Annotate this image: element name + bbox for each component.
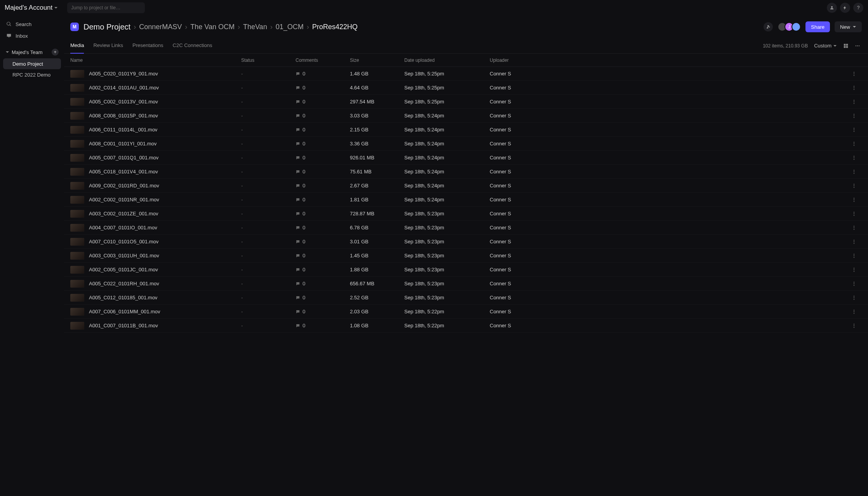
- row-more-button[interactable]: [846, 239, 862, 245]
- row-more-button[interactable]: [846, 323, 862, 328]
- comments-cell[interactable]: 0: [296, 169, 350, 175]
- table-row[interactable]: A007_C006_0101MM_001.mov-02.03 GBSep 18t…: [64, 305, 868, 319]
- table-row[interactable]: A004_C007_0101IO_001.mov-06.78 GBSep 18t…: [64, 221, 868, 235]
- row-more-button[interactable]: [846, 281, 862, 286]
- sidebar-search[interactable]: Search: [3, 19, 61, 30]
- col-date[interactable]: Date uploaded: [404, 58, 490, 63]
- col-size[interactable]: Size: [350, 58, 404, 63]
- table-row[interactable]: A002_C002_0101NR_001.mov-01.81 GBSep 18t…: [64, 193, 868, 207]
- table-row[interactable]: A002_C014_0101AU_001.mov-04.64 GBSep 18t…: [64, 81, 868, 95]
- row-more-button[interactable]: [846, 295, 862, 300]
- tab-media[interactable]: Media: [70, 38, 84, 54]
- sidebar-project-item[interactable]: Demo Project: [3, 58, 61, 69]
- row-more-button[interactable]: [846, 71, 862, 77]
- col-name[interactable]: Name: [70, 58, 241, 63]
- account-switcher[interactable]: Majed's Account: [5, 4, 58, 12]
- view-options-button[interactable]: [853, 42, 862, 50]
- row-more-button[interactable]: [846, 183, 862, 189]
- svg-point-16: [854, 129, 854, 130]
- row-more-button[interactable]: [846, 127, 862, 133]
- row-more-button[interactable]: [846, 211, 862, 217]
- row-more-button[interactable]: [846, 197, 862, 203]
- table-row[interactable]: A005_C012_010185_001.mov-02.52 GBSep 18t…: [64, 291, 868, 305]
- table-row[interactable]: A005_C020_0101Y9_001.mov-01.48 GBSep 18t…: [64, 67, 868, 81]
- comments-cell[interactable]: 0: [296, 295, 350, 300]
- name-cell: A007_C010_0101O5_001.mov: [70, 238, 241, 246]
- account-name: Majed's Account: [5, 4, 52, 12]
- sidebar-inbox[interactable]: Inbox: [3, 30, 61, 41]
- user-menu-button[interactable]: [827, 3, 837, 13]
- row-more-button[interactable]: [846, 141, 862, 147]
- comments-cell[interactable]: 0: [296, 197, 350, 203]
- comments-cell[interactable]: 0: [296, 253, 350, 258]
- breadcrumb-item[interactable]: ConnerMASV: [139, 23, 182, 31]
- col-uploader[interactable]: Uploader: [490, 58, 846, 63]
- comments-cell[interactable]: 0: [296, 211, 350, 217]
- row-more-button[interactable]: [846, 113, 862, 119]
- collaborator-avatars[interactable]: J: [780, 22, 801, 31]
- name-cell: A005_C007_0101Q1_001.mov: [70, 154, 241, 162]
- add-collaborator-button[interactable]: [764, 22, 773, 31]
- breadcrumb-item[interactable]: TheVan: [243, 23, 267, 31]
- col-status[interactable]: Status: [241, 58, 296, 63]
- row-more-button[interactable]: [846, 169, 862, 175]
- table-row[interactable]: A002_C005_0101JC_001.mov-01.88 GBSep 18t…: [64, 263, 868, 277]
- comments-cell[interactable]: 0: [296, 113, 350, 119]
- comments-cell[interactable]: 0: [296, 85, 350, 91]
- name-cell: A004_C007_0101IO_001.mov: [70, 224, 241, 232]
- view-grid-toggle[interactable]: [842, 42, 850, 50]
- comments-cell[interactable]: 0: [296, 155, 350, 161]
- row-more-button[interactable]: [846, 253, 862, 258]
- comments-cell[interactable]: 0: [296, 99, 350, 105]
- col-comments[interactable]: Comments: [296, 58, 350, 63]
- add-project-button[interactable]: +: [52, 49, 59, 56]
- comment-count: 0: [303, 225, 305, 231]
- size-cell: 3.01 GB: [350, 239, 404, 245]
- tab-presentations[interactable]: Presentations: [132, 38, 164, 54]
- sidebar-project-item[interactable]: RPC 2022 Demo: [3, 69, 61, 80]
- help-button[interactable]: ?: [853, 3, 863, 13]
- row-more-button[interactable]: [846, 85, 862, 91]
- table-row[interactable]: A005_C002_01013V_001.mov-0297.54 MBSep 1…: [64, 95, 868, 109]
- share-button[interactable]: Share: [805, 21, 830, 32]
- tab-c2c-connections[interactable]: C2C Connections: [173, 38, 212, 54]
- comments-cell[interactable]: 0: [296, 225, 350, 231]
- breadcrumb-item[interactable]: The Van OCM: [190, 23, 235, 31]
- row-more-button[interactable]: [846, 267, 862, 272]
- comments-cell[interactable]: 0: [296, 281, 350, 286]
- table-row[interactable]: A009_C002_0101RD_001.mov-02.67 GBSep 18t…: [64, 179, 868, 193]
- new-button[interactable]: New: [835, 21, 862, 32]
- comments-cell[interactable]: 0: [296, 71, 350, 77]
- row-more-button[interactable]: [846, 225, 862, 231]
- comments-cell[interactable]: 0: [296, 267, 350, 272]
- uploader-cell: Conner S: [490, 323, 846, 328]
- row-more-button[interactable]: [846, 155, 862, 161]
- table-row[interactable]: A005_C007_0101Q1_001.mov-0926.01 MBSep 1…: [64, 151, 868, 165]
- file-name: A009_C002_0101RD_001.mov: [89, 183, 159, 189]
- tab-review-links[interactable]: Review Links: [93, 38, 123, 54]
- breadcrumb-item[interactable]: 01_OCM: [276, 23, 304, 31]
- comments-cell[interactable]: 0: [296, 323, 350, 328]
- table-row[interactable]: A008_C008_01015P_001.mov-03.03 GBSep 18t…: [64, 109, 868, 123]
- table-row[interactable]: A006_C011_01014L_001.mov-02.15 GBSep 18t…: [64, 123, 868, 137]
- comments-cell[interactable]: 0: [296, 239, 350, 245]
- row-more-button[interactable]: [846, 99, 862, 105]
- table-row[interactable]: A003_C003_0101UH_001.mov-01.45 GBSep 18t…: [64, 249, 868, 263]
- table-row[interactable]: A003_C002_0101ZE_001.mov-0728.87 MBSep 1…: [64, 207, 868, 221]
- notifications-button[interactable]: [840, 3, 850, 13]
- sort-dropdown[interactable]: Custom: [814, 43, 837, 49]
- jump-search[interactable]: Jump to project or file…: [67, 2, 145, 13]
- table-row[interactable]: A005_C022_0101RH_001.mov-0656.67 MBSep 1…: [64, 277, 868, 291]
- breadcrumb-item[interactable]: Demo Project: [83, 23, 130, 31]
- comments-cell[interactable]: 0: [296, 183, 350, 189]
- comments-cell[interactable]: 0: [296, 309, 350, 314]
- table-row[interactable]: A005_C018_0101V4_001.mov-075.61 MBSep 18…: [64, 165, 868, 179]
- table-row[interactable]: A007_C010_0101O5_001.mov-03.01 GBSep 18t…: [64, 235, 868, 249]
- row-more-button[interactable]: [846, 309, 862, 314]
- team-header[interactable]: Majed's Team +: [3, 47, 61, 58]
- comments-cell[interactable]: 0: [296, 127, 350, 133]
- breadcrumb-item[interactable]: ProRes422HQ: [312, 23, 358, 31]
- table-row[interactable]: A001_C007_01011B_001.mov-01.08 GBSep 18t…: [64, 319, 868, 333]
- table-row[interactable]: A008_C001_0101YI_001.mov-03.36 GBSep 18t…: [64, 137, 868, 151]
- comments-cell[interactable]: 0: [296, 141, 350, 147]
